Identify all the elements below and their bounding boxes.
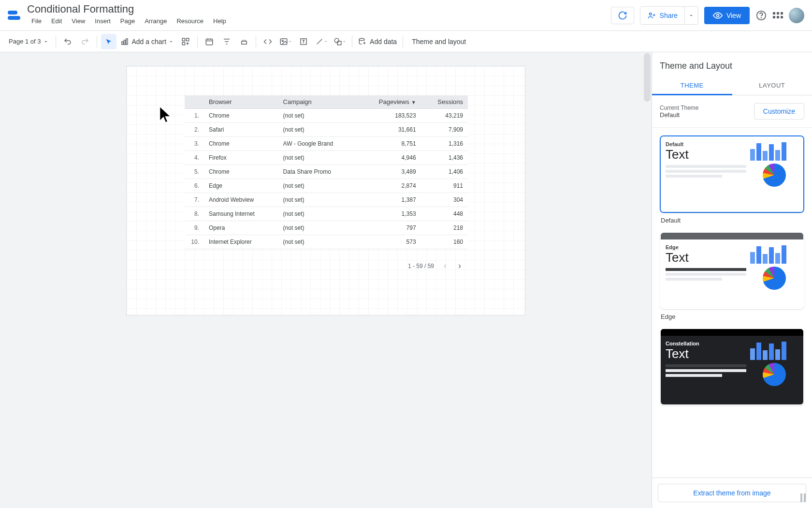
avatar[interactable] [789, 8, 804, 23]
undo-button[interactable] [60, 34, 75, 49]
cell-campaign: Data Share Promo [278, 165, 358, 179]
filter-control-button[interactable] [219, 34, 234, 49]
theme-card-edge[interactable]: Edge Text [660, 232, 804, 309]
pagination-text: 1 - 59 / 59 [408, 263, 434, 269]
cell-pageviews: 31,661 [358, 123, 421, 137]
data-table[interactable]: BrowserCampaignPageviews▼Sessions 1. Chr… [185, 95, 468, 249]
menu-insert[interactable]: Insert [90, 16, 115, 26]
add-data-button[interactable]: Add data [356, 34, 399, 49]
table-row[interactable]: 4. Firefox (not set) 4,946 1,436 [185, 151, 468, 165]
cell-pageviews: 183,523 [358, 109, 421, 123]
svg-point-13 [282, 40, 283, 42]
menu-file[interactable]: File [27, 16, 46, 26]
table-row[interactable]: 1. Chrome (not set) 183,523 43,219 [185, 109, 468, 123]
image-button[interactable] [277, 34, 294, 49]
report-canvas[interactable]: BrowserCampaignPageviews▼Sessions 1. Chr… [126, 66, 525, 315]
line-button[interactable] [313, 34, 330, 49]
share-label: Share [660, 12, 678, 19]
cell-browser: Samsung Internet [204, 207, 278, 221]
theme-layout-button[interactable]: Theme and layout [407, 35, 471, 48]
page-indicator-label: Page 1 of 3 [9, 38, 41, 45]
redo-button[interactable] [77, 34, 93, 49]
column-header[interactable]: Pageviews▼ [358, 95, 421, 109]
table-row[interactable]: 5. Chrome Data Share Promo 3,489 1,406 [185, 165, 468, 179]
menu-edit[interactable]: Edit [47, 16, 66, 26]
cell-browser: Internet Explorer [204, 235, 278, 249]
share-button[interactable]: Share [640, 7, 684, 24]
filter-icon [222, 37, 231, 46]
current-theme-name: Default [660, 111, 698, 119]
text-button[interactable] [296, 34, 311, 49]
refresh-button[interactable] [611, 7, 634, 24]
menu-view[interactable]: View [67, 16, 89, 26]
chevron-down-icon [168, 39, 174, 45]
menu-help[interactable]: Help [209, 16, 231, 26]
table-row[interactable]: 9. Opera (not set) 797 218 [185, 221, 468, 235]
extract-theme-button[interactable]: Extract theme from image [658, 484, 806, 502]
column-header[interactable] [185, 95, 204, 109]
document-title[interactable]: Conditional Formatting [27, 3, 231, 15]
add-data-label: Add data [370, 38, 397, 45]
tab-layout[interactable]: LAYOUT [732, 76, 812, 95]
tab-theme[interactable]: THEME [652, 76, 732, 95]
theme-list[interactable]: Default Text Default Edge Text [652, 128, 812, 478]
canvas-area[interactable]: BrowserCampaignPageviews▼Sessions 1. Chr… [0, 52, 652, 508]
cursor-icon [105, 38, 113, 45]
cell-campaign: (not set) [278, 109, 358, 123]
row-index: 6. [185, 179, 204, 193]
url-embed-button[interactable] [260, 34, 276, 49]
title-menu-block: Conditional Formatting FileEditViewInser… [27, 5, 231, 26]
svg-rect-5 [124, 40, 125, 45]
theme-card-constellation[interactable]: Constellation Text [660, 328, 804, 405]
sort-desc-icon: ▼ [411, 100, 416, 105]
svg-point-15 [334, 38, 339, 43]
menu-resource[interactable]: Resource [172, 16, 208, 26]
menu-arrange[interactable]: Arrange [140, 16, 171, 26]
customize-button[interactable]: Customize [754, 103, 804, 120]
view-button[interactable]: View [704, 7, 750, 24]
table-row[interactable]: 10. Internet Explorer (not set) 573 160 [185, 235, 468, 249]
calendar-icon [205, 37, 214, 46]
cell-pageviews: 797 [358, 221, 421, 235]
shape-button[interactable] [332, 34, 348, 49]
scrollbar-thumb[interactable] [644, 53, 651, 102]
apps-button[interactable] [773, 12, 783, 18]
next-page-button[interactable]: › [456, 261, 463, 271]
column-header[interactable]: Campaign [278, 95, 358, 109]
prev-page-button[interactable]: ‹ [442, 261, 449, 271]
cell-sessions: 1,316 [421, 137, 468, 151]
table-row[interactable]: 3. Chrome AW - Google Brand 8,751 1,316 [185, 137, 468, 151]
cell-campaign: (not set) [278, 193, 358, 207]
add-chart-button[interactable]: Add a chart [118, 34, 176, 49]
cell-browser: Firefox [204, 151, 278, 165]
column-header[interactable]: Sessions [421, 95, 468, 109]
cell-campaign: (not set) [278, 207, 358, 221]
text-icon [299, 37, 308, 46]
cell-pageviews: 2,874 [358, 179, 421, 193]
share-dropdown[interactable] [684, 7, 698, 24]
current-theme-row: Current Theme Default Customize [652, 95, 812, 128]
theme-card-default[interactable]: Default Text [660, 135, 804, 213]
cell-sessions: 43,219 [421, 109, 468, 123]
page-indicator[interactable]: Page 1 of 3 [6, 38, 52, 45]
selection-tool[interactable] [101, 34, 116, 49]
cell-browser: Android Webview [204, 193, 278, 207]
community-visualizations-button[interactable] [178, 34, 193, 49]
cell-sessions: 911 [421, 179, 468, 193]
table-row[interactable]: 6. Edge (not set) 2,874 911 [185, 179, 468, 193]
cell-campaign: AW - Google Brand [278, 137, 358, 151]
line-icon [315, 37, 324, 46]
cell-sessions: 1,406 [421, 165, 468, 179]
chevron-down-icon [324, 40, 328, 44]
help-button[interactable] [755, 10, 767, 21]
table-row[interactable]: 7. Android Webview (not set) 1,387 304 [185, 193, 468, 207]
table-row[interactable]: 2. Safari (not set) 31,661 7,909 [185, 123, 468, 137]
date-range-button[interactable] [202, 34, 217, 49]
data-control-button[interactable] [236, 34, 252, 49]
current-theme-label: Current Theme [660, 105, 698, 111]
table-row[interactable]: 8. Samsung Internet (not set) 1,353 448 [185, 207, 468, 221]
chart-icon [120, 37, 129, 46]
menu-page[interactable]: Page [116, 16, 139, 26]
column-header[interactable]: Browser [204, 95, 278, 109]
row-index: 10. [185, 235, 204, 249]
